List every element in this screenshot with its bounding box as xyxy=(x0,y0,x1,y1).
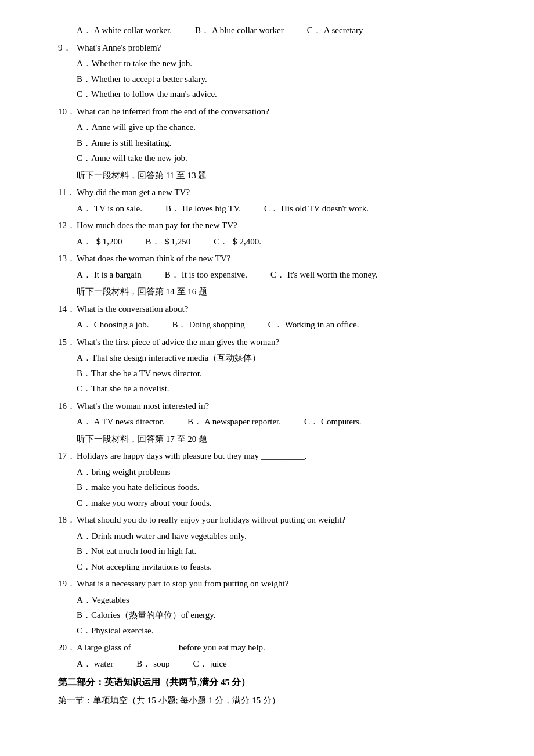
opt-text-16b: A newspaper reporter. xyxy=(204,415,281,430)
opt-text-15b: That she be a TV news director. xyxy=(91,366,488,381)
question-18-num: 18． xyxy=(58,513,77,528)
opt-label-9a: A． xyxy=(77,56,92,71)
question-20-num: 20． xyxy=(58,640,77,656)
option-10c: C． Anne will take the new job. xyxy=(77,151,488,166)
question-12-main: 12． How much does the man pay for the ne… xyxy=(58,218,488,233)
option-11b: B． He loves big TV. xyxy=(165,201,241,217)
opt-text-19a: Vegetables xyxy=(92,593,488,608)
opt-text-10a: Anne will give up the chance. xyxy=(92,120,488,135)
option-16a: A． A TV news director. xyxy=(77,415,164,430)
option-9c: C． Whether to follow the man's advice. xyxy=(77,87,488,102)
opt-label-8c: C． xyxy=(307,23,322,38)
opt-text-20c: juice xyxy=(210,657,227,672)
opt-label-17a: A． xyxy=(77,465,92,480)
opt-label-10c: C． xyxy=(77,151,91,166)
opt-label-20a: A． xyxy=(77,657,92,672)
option-18b: B． Not eat much food in high fat. xyxy=(77,544,488,559)
opt-text-14b: Doing shopping xyxy=(189,318,244,333)
question-11-text: Why did the man get a new TV? xyxy=(77,185,488,200)
option-20c: C． juice xyxy=(193,657,227,672)
option-8a: A． A white collar worker. xyxy=(77,23,172,38)
opt-label-19c: C． xyxy=(77,624,91,639)
question-15-num: 15． xyxy=(58,335,77,350)
opt-label-9b: B． xyxy=(77,72,91,87)
option-9b: B． Whether to accept a better salary. xyxy=(77,72,488,87)
question-10-num: 10． xyxy=(58,105,77,120)
opt-label-12b: B． xyxy=(146,235,160,250)
opt-label-14a: A． xyxy=(77,318,92,333)
option-16b: B． A newspaper reporter. xyxy=(187,415,281,430)
opt-label-18b: B． xyxy=(77,544,91,559)
question-9-main: 9． What's Anne's problem? xyxy=(58,41,488,56)
opt-text-13c: It's well worth the money. xyxy=(287,268,377,283)
opt-label-15b: B． xyxy=(77,366,91,381)
question-14: 14． What is the conversation about? A． C… xyxy=(58,302,488,333)
question-18-main: 18． What should you do to really enjoy y… xyxy=(58,513,488,528)
options-9: A． Whether to take the new job. B． Wheth… xyxy=(77,56,488,102)
question-13: 13． What does the woman think of the new… xyxy=(58,251,488,300)
opt-label-12c: C． xyxy=(214,235,228,250)
option-20a: A． water xyxy=(77,657,113,672)
options-inline-16: A． A TV news director. B． A newspaper re… xyxy=(77,415,488,430)
option-12a: A． ＄1,200 xyxy=(77,235,122,250)
opt-label-10b: B． xyxy=(77,136,91,151)
opt-text-9a: Whether to take the new job. xyxy=(92,56,488,71)
options-inline-13: A． It is a bargain B． It is too expensiv… xyxy=(77,268,488,283)
opt-label-8a: A． xyxy=(77,23,92,38)
question-11: 11． Why did the man get a new TV? A． TV … xyxy=(58,185,488,216)
opt-label-12a: A． xyxy=(77,235,92,250)
question-19-text: What is a necessary part to stop you fro… xyxy=(77,577,488,592)
opt-text-18a: Drink much water and have vegetables onl… xyxy=(92,529,488,544)
question-17-main: 17． Holidays are happy days with pleasur… xyxy=(58,449,488,464)
option-17c: C． make you worry about your foods. xyxy=(77,496,488,511)
opt-text-11b: He loves big TV. xyxy=(182,201,241,217)
option-14a: A． Choosing a job. xyxy=(77,318,149,333)
note-11-13: 听下一段材料，回答第 11 至 13 题 xyxy=(77,168,488,183)
opt-text-15a: That she design interactive media（互动媒体） xyxy=(92,351,488,366)
option-14b: B． Doing shopping xyxy=(172,318,244,333)
option-12c: C． ＄2,400. xyxy=(214,235,261,250)
opt-label-9c: C． xyxy=(77,87,91,102)
options-17: A． bring weight problems B． make you hat… xyxy=(77,465,488,511)
option-11c: C． His old TV doesn't work. xyxy=(264,201,369,217)
opt-text-8a: A white collar worker. xyxy=(94,23,172,38)
opt-text-19c: Physical exercise. xyxy=(91,624,488,639)
option-13b: B． It is too expensive. xyxy=(165,268,247,283)
question-18: 18． What should you do to really enjoy y… xyxy=(58,513,488,574)
option-19b: B． Calories（热量的单位）of energy. xyxy=(77,608,488,623)
options-19: A． Vegetables B． Calories（热量的单位）of energ… xyxy=(77,593,488,639)
option-17b: B． make you hate delicious foods. xyxy=(77,480,488,495)
opt-text-11a: TV is on sale. xyxy=(94,201,142,217)
opt-text-17c: make you worry about your foods. xyxy=(91,496,488,511)
option-11a: A． TV is on sale. xyxy=(77,201,142,217)
opt-label-15a: A． xyxy=(77,351,92,366)
options-inline-8: A． A white collar worker. B． A blue coll… xyxy=(77,23,488,38)
question-11-num: 11． xyxy=(58,185,77,200)
question-20-main: 20． A large glass of __________ before y… xyxy=(58,640,488,656)
note-17-20: 听下一段材料，回答第 17 至 20 题 xyxy=(77,432,488,447)
option-18c: C． Not accepting invitations to feasts. xyxy=(77,560,488,575)
option-16c: C． Computers. xyxy=(304,415,362,430)
opt-text-8b: A blue collar worker xyxy=(212,23,284,38)
option-12b: B． ＄1,250 xyxy=(146,235,191,250)
options-inline-20: A． water B． soup C． juice xyxy=(77,657,488,672)
question-16-main: 16． What's the woman most interested in? xyxy=(58,399,488,414)
question-20-text: A large glass of __________ before you e… xyxy=(77,640,488,656)
question-15-main: 15． What's the first piece of advice the… xyxy=(58,335,488,350)
opt-label-17c: C． xyxy=(77,496,91,511)
option-15b: B． That she be a TV news director. xyxy=(77,366,488,381)
opt-text-13a: It is a bargain xyxy=(94,268,142,283)
question-10: 10． What can be inferred from the end of… xyxy=(58,105,488,183)
question-9-num: 9． xyxy=(58,41,77,56)
opt-text-17b: make you hate delicious foods. xyxy=(91,480,488,495)
opt-text-12b: ＄1,250 xyxy=(163,235,191,250)
opt-label-20b: B． xyxy=(136,657,151,672)
question-14-text: What is the conversation about? xyxy=(77,302,488,317)
option-14c: C． Working in an office. xyxy=(268,318,359,333)
opt-text-10c: Anne will take the new job. xyxy=(91,151,488,166)
question-16: 16． What's the woman most interested in?… xyxy=(58,399,488,447)
opt-label-18c: C． xyxy=(77,560,91,575)
question-18-text: What should you do to really enjoy your … xyxy=(77,513,488,528)
question-13-num: 13． xyxy=(58,251,77,267)
opt-text-9b: Whether to accept a better salary. xyxy=(91,72,488,87)
